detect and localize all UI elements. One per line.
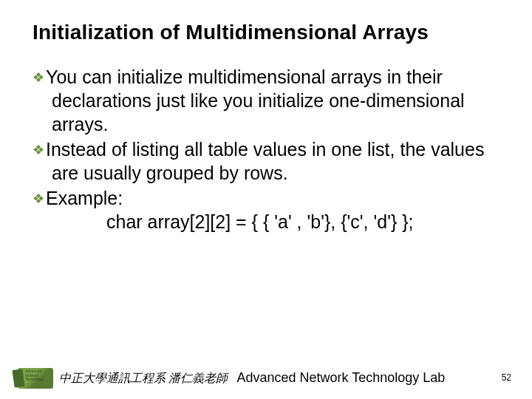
bullet-item: ❖Instead of listing all table values in … [33, 137, 499, 185]
bullet-text: Instead of listing all table values in o… [46, 139, 484, 183]
footer-chinese: 中正大學通訊工程系 潘仁義老師 [59, 371, 228, 386]
bullet-text: Example: [46, 188, 123, 208]
footer-english: Advanced Network Technology Lab [236, 370, 445, 386]
bullet-text: You can initialize multidimensional arra… [46, 66, 465, 134]
diamond-bullet-icon: ❖ [33, 191, 44, 206]
footer: Advanced Network Technology 中正大學通訊工程系 潘仁… [18, 368, 514, 389]
bullet-item: ❖Example: [33, 186, 499, 210]
footer-text-group: 中正大學通訊工程系 潘仁義老師 Advanced Network Technol… [59, 370, 445, 386]
logo-caption: Advanced Network Technology [25, 369, 53, 382]
bullet-item: ❖You can initialize multidimensional arr… [33, 65, 499, 136]
diamond-bullet-icon: ❖ [33, 70, 44, 85]
page-number: 52 [502, 372, 511, 383]
lab-logo-icon: Advanced Network Technology [18, 368, 53, 389]
slide: Initialization of Multidimensional Array… [0, 0, 532, 399]
diamond-bullet-icon: ❖ [33, 143, 44, 157]
bullet-list: ❖You can initialize multidimensional arr… [33, 65, 499, 210]
slide-title: Initialization of Multidimensional Array… [33, 21, 499, 44]
code-example: char array[2][2] = { { 'a' , 'b'}, {'c',… [33, 211, 499, 233]
